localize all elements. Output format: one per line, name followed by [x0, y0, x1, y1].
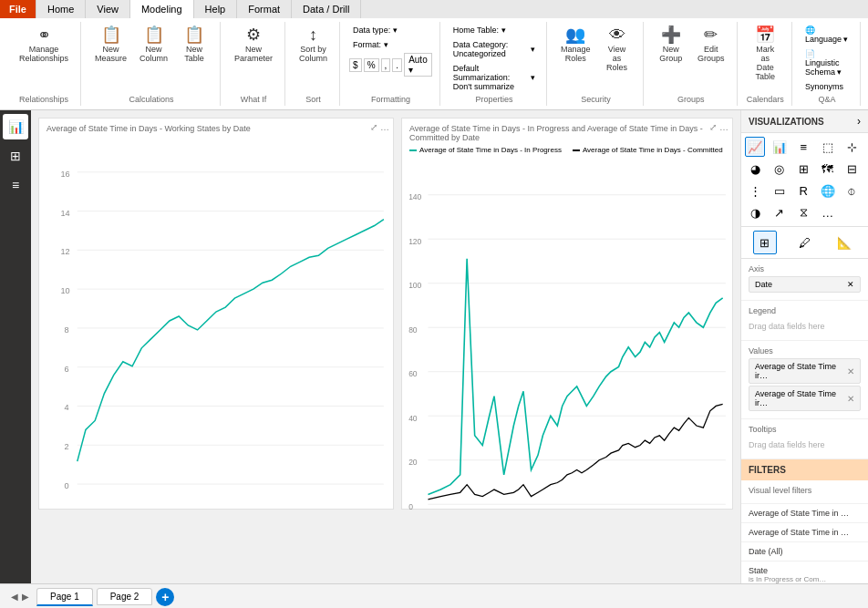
edit-groups-button[interactable]: ✏ EditGroups	[693, 24, 729, 66]
tab-format[interactable]: Format	[237, 0, 292, 18]
more-icon[interactable]: …	[380, 122, 389, 132]
values-item-2[interactable]: Average of State Time ir… ✕	[749, 386, 861, 411]
svg-text:100: 100	[408, 281, 421, 290]
viz-icon-grid: 📈 📊 ≡ ⬚ ⊹ ◕ ◎ ⊞ 🗺 ⊟ ⋮ ▭ R 🌐 ⌽ ◑ ↗ ⧖ …	[741, 133, 868, 227]
viz-icon-card[interactable]: ▭	[770, 180, 790, 201]
viz-tool-analytics[interactable]: 📐	[832, 231, 856, 254]
chart-left-icons: ⤢ …	[370, 122, 389, 132]
viz-collapse-btn[interactable]: ›	[857, 115, 861, 128]
manage-roles-label: ManageRoles	[561, 45, 591, 63]
ribbon: File Home View Modeling Help Format Data…	[0, 0, 868, 110]
qa-group-label: Q&A	[818, 95, 835, 104]
expand-icon[interactable]: ⤢	[370, 122, 377, 132]
page-tab-2[interactable]: Page 2	[97, 588, 153, 605]
values-item-2-remove[interactable]: ✕	[847, 394, 854, 404]
filter-item-2-title: Average of State Time in …	[749, 528, 861, 537]
tab-data-drill[interactable]: Data / Drill	[292, 0, 361, 18]
filter-item-2[interactable]: Average of State Time in …	[741, 523, 868, 542]
tab-modeling[interactable]: Modeling	[130, 0, 194, 18]
viz-icon-funnel[interactable]: ⌽	[842, 180, 862, 201]
viz-icon-donut[interactable]: ◎	[770, 159, 790, 179]
viz-icon-pie[interactable]: ◕	[745, 159, 765, 179]
add-page-button[interactable]: +	[156, 588, 174, 606]
new-table-button[interactable]: 📋 NewTable	[176, 24, 212, 66]
chart-left-svg: 0 2 4 6 8 10 12 14 16	[44, 139, 388, 493]
viz-icon-matrix[interactable]: ⋮	[745, 180, 765, 201]
summarization-chevron: ▾	[531, 73, 535, 82]
viz-icon-linechart[interactable]: 📈	[745, 137, 765, 157]
sort-by-column-button[interactable]: ↕ Sort byColumn	[294, 24, 332, 66]
visual-level-filters-section: Visual level filters	[741, 480, 868, 504]
filter-item-4[interactable]: State is In Progress or Com…	[741, 562, 868, 583]
chart-right[interactable]: Average of State Time in Days - In Progr…	[401, 118, 733, 510]
sidebar-icon-model[interactable]: ≡	[3, 172, 28, 198]
language-button[interactable]: 🌐 Language ▾	[801, 24, 852, 46]
sort-by-column-label: Sort byColumn	[299, 45, 327, 63]
svg-text:120: 120	[408, 237, 421, 246]
main-container: 📊 ⊞ ≡ Average of State Time in Days - Wo…	[0, 110, 868, 583]
page-tab-1[interactable]: Page 1	[36, 588, 93, 606]
decimal-inc[interactable]: .	[392, 58, 402, 72]
scroll-left[interactable]: ◀	[11, 592, 18, 602]
percent-btn[interactable]: %	[364, 58, 379, 72]
axis-date-x[interactable]: ✕	[847, 280, 854, 289]
ribbon-group-whatif: ⚙ NewParameter What If	[222, 22, 285, 106]
filter-item-3[interactable]: Date (All)	[741, 542, 868, 562]
view-as-roles-button[interactable]: 👁 View asRoles	[598, 24, 636, 75]
viz-icon-globe[interactable]: 🌐	[818, 180, 838, 201]
values-item-1-remove[interactable]: ✕	[847, 366, 854, 376]
viz-icon-treemap[interactable]: ⊞	[793, 159, 813, 179]
linguistic-schema-button[interactable]: 📄 Linguistic Schema ▾	[801, 47, 852, 78]
viz-icon-clustered[interactable]: ≡	[793, 137, 813, 157]
sidebar-icon-report[interactable]: 📊	[3, 114, 28, 139]
viz-icon-barchart[interactable]: 📊	[770, 137, 790, 157]
sidebar-icon-data[interactable]: ⊞	[3, 143, 28, 169]
tab-file[interactable]: File	[0, 0, 36, 18]
auto-dropdown[interactable]: Auto ▾	[404, 53, 432, 77]
more-icon-right[interactable]: …	[719, 122, 728, 132]
synonyms-button[interactable]: Synonyms	[801, 80, 847, 93]
viz-icon-kpi[interactable]: ↗	[770, 202, 790, 222]
mark-as-date-table-button[interactable]: 📅 Mark asDate Table	[747, 24, 784, 84]
expand-icon-right[interactable]: ⤢	[709, 122, 717, 132]
manage-roles-button[interactable]: 👥 ManageRoles	[556, 24, 594, 66]
new-column-button[interactable]: 📋 NewColumn	[135, 24, 172, 66]
svg-text:8: 8	[64, 325, 68, 335]
viz-icon-more[interactable]: …	[818, 202, 838, 222]
new-group-button[interactable]: ➕ NewGroup	[653, 24, 689, 66]
default-summarization-dropdown[interactable]: Default Summarization: Don't summarize ▾	[450, 62, 540, 93]
tab-view[interactable]: View	[86, 0, 130, 18]
manage-relationships-button[interactable]: ⚭ ManageRelationships	[15, 24, 73, 66]
scroll-right[interactable]: ▶	[22, 592, 29, 602]
viz-icon-scatter[interactable]: ⊹	[842, 137, 862, 157]
viz-tool-fields[interactable]: ⊞	[753, 231, 777, 254]
data-type-label: Data type:	[353, 26, 390, 35]
viz-icon-area[interactable]: ⬚	[818, 137, 838, 157]
legend-section: Legend Drag data fields here	[741, 301, 868, 341]
chart-left[interactable]: Average of State Time in Days - Working …	[38, 118, 394, 510]
axis-date-field[interactable]: Date ✕	[749, 276, 861, 293]
viz-tool-format[interactable]: 🖊	[792, 231, 816, 254]
data-category-dropdown[interactable]: Data Category: Uncategorized ▾	[450, 38, 540, 60]
values-item-2-text: Average of State Time ir…	[755, 389, 847, 407]
ribbon-group-sort: ↕ Sort byColumn Sort	[287, 22, 340, 106]
format-dropdown[interactable]: Format: ▾	[349, 38, 392, 51]
new-measure-button[interactable]: 📋 NewMeasure	[90, 24, 131, 66]
default-summarization-label: Default Summarization: Don't summarize	[453, 64, 529, 91]
viz-icon-table[interactable]: ⊟	[842, 159, 862, 179]
currency-btn[interactable]: $	[349, 58, 362, 72]
values-item-1[interactable]: Average of State Time ir… ✕	[749, 358, 861, 384]
filter-item-4-title: State	[749, 566, 861, 575]
home-table-dropdown[interactable]: Home Table: ▾	[450, 24, 510, 36]
filter-item-1[interactable]: Average of State Time in …	[741, 504, 868, 523]
viz-icon-map[interactable]: 🗺	[818, 159, 838, 179]
new-parameter-button[interactable]: ⚙ NewParameter	[230, 24, 277, 66]
comma-btn[interactable]: ,	[381, 58, 391, 72]
viz-icon-slicer[interactable]: ⧖	[793, 202, 813, 222]
edit-groups-icon: ✏	[704, 26, 718, 43]
tab-home[interactable]: Home	[36, 0, 86, 18]
data-type-dropdown[interactable]: Data type: ▾	[349, 24, 401, 36]
viz-icon-gauge[interactable]: ◑	[745, 202, 765, 222]
tab-help[interactable]: Help	[194, 0, 238, 18]
viz-icon-r[interactable]: R	[793, 180, 813, 201]
